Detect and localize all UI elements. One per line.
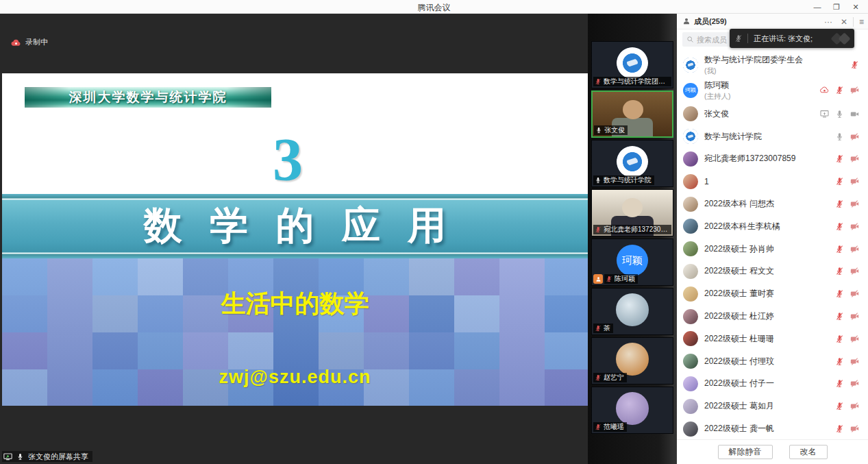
member-names: 2022级硕士 龚一帆 [704, 423, 835, 435]
slide-subtitle: 生活中的数学 [2, 287, 588, 321]
presentation-slide: 深圳大学数学与统计学院 3 数学的应用 生活中的数学 zwj@szu.edu.c… [2, 73, 588, 406]
more-icon[interactable]: ··· [820, 17, 836, 27]
member-avatar [683, 58, 698, 73]
mosaic-cell [92, 332, 138, 369]
mic-off-icon [835, 199, 844, 208]
member-avatar [683, 264, 698, 279]
member-row[interactable]: 2022级硕士 杜珊珊 [677, 328, 868, 350]
screen-share-status: 张文俊的屏幕共享 [2, 451, 92, 462]
member-status-icons [835, 245, 859, 254]
thumbnail-label: 范曦瑶 [593, 422, 627, 432]
profile-photo [616, 293, 649, 326]
member-status-icons [835, 424, 859, 433]
member-row[interactable]: 2022级硕士 孙肖帅 [677, 238, 868, 260]
close-icon[interactable]: ✕ [846, 0, 865, 14]
member-row[interactable]: 2022级硕士 董时赛 [677, 282, 868, 305]
video-thumbnail[interactable]: 数学与统计学院 [591, 140, 673, 187]
speaking-toast-text: 正在讲话: 张文俊; [748, 34, 831, 44]
member-avatar [683, 129, 698, 144]
member-role: (我) [704, 66, 850, 76]
rename-button[interactable]: 改名 [789, 445, 828, 459]
member-row[interactable]: 珂颖陈珂颖(主持人) [677, 77, 868, 103]
member-status-icons [835, 154, 859, 163]
member-status-icons [835, 379, 859, 388]
member-row[interactable]: 2022级硕士 葛如月 [677, 395, 868, 417]
member-name: 张文俊 [704, 108, 820, 120]
mic-off-icon [835, 86, 844, 95]
mosaic-cell [454, 332, 499, 369]
member-row[interactable]: 2022级本科生李杭橘 [677, 215, 868, 238]
tencent-meeting-window: 腾讯会议 — ❐ ✕ 录制中 深圳大学数学与统计学院 3 数学的应 [0, 0, 868, 464]
toast-decor-shapes [831, 29, 854, 48]
close-panel-icon[interactable]: ✕ [836, 17, 852, 27]
slide-header-banner: 深圳大学数学与统计学院 [25, 87, 271, 108]
members-panel-footer: 解除静音 改名 [677, 439, 868, 464]
mic-off-icon [835, 267, 844, 276]
thumbnail-label: 宛北龚老师13723007859 [593, 225, 671, 234]
screen-share-icon [820, 110, 829, 119]
thumbnail-label-row: 张文俊 [594, 125, 628, 135]
cloud-record-icon [820, 86, 829, 95]
screen-share-icon [3, 453, 12, 461]
video-thumbnail[interactable]: 张文俊 [591, 90, 673, 138]
mic-off-icon [595, 325, 602, 332]
maximize-icon[interactable]: ❐ [827, 0, 846, 14]
member-row[interactable]: 2022级硕士 付子一 [677, 373, 868, 395]
cam-off-icon [850, 222, 859, 231]
member-list: 数学与统计学院团委学生会(我)珂颖陈珂颖(主持人)张文俊数学与统计学院宛北龚老师… [677, 52, 868, 439]
member-name: 2022级硕士 杜珊珊 [704, 333, 835, 345]
video-thumbnail[interactable]: 赵艺宁 [591, 337, 673, 384]
mic-off-icon [835, 334, 844, 343]
member-row[interactable]: 2022级硕士 付理玟 [677, 350, 868, 373]
mic-off-icon [595, 424, 602, 430]
mic-on-icon [595, 177, 602, 184]
member-names: 陈珂颖(主持人) [704, 80, 820, 101]
unmute-button[interactable]: 解除静音 [718, 445, 773, 459]
member-name: 宛北龚老师13723007859 [704, 153, 835, 164]
member-avatar [683, 151, 698, 167]
member-row[interactable]: 1 [677, 170, 868, 193]
video-thumbnail[interactable]: 范曦瑶 [591, 387, 673, 434]
video-thumbnail[interactable]: 数学与统计学院团委学... [591, 41, 673, 88]
mosaic-cell [138, 332, 183, 369]
video-thumbnail[interactable]: 宛北龚老师13723007859 [591, 189, 673, 236]
member-names: 数学与统计学院 [704, 131, 835, 143]
member-avatar [683, 197, 698, 212]
member-row[interactable]: 2022级硕士 龚一帆 [677, 417, 868, 439]
member-name: 2022级硕士 付理玟 [704, 356, 835, 367]
member-row[interactable]: 数学与统计学院团委学生会(我) [677, 52, 868, 77]
thumbnail-label: 数学与统计学院团委学... [593, 77, 671, 86]
participant-name: 数学与统计学院 [604, 175, 652, 185]
titlebar: 腾讯会议 — ❐ ✕ [0, 0, 868, 14]
member-row[interactable]: 数学与统计学院 [677, 125, 868, 148]
cam-on-icon [850, 110, 859, 119]
member-avatar [683, 241, 698, 256]
member-row[interactable]: 2022级硕士 杜江婷 [677, 305, 868, 328]
mic-off-icon [595, 374, 602, 381]
slide-title-banner: 数学的应用 [2, 194, 588, 258]
member-row[interactable]: 张文俊 [677, 103, 868, 125]
cam-off-icon [850, 132, 859, 141]
host-badge-icon [593, 274, 603, 284]
mic-off-icon [835, 289, 844, 298]
member-row[interactable]: 2022级本科 闫想杰 [677, 193, 868, 215]
cam-off-icon [850, 154, 859, 163]
video-thumbnail[interactable]: 茶 [591, 288, 673, 335]
mosaic-cell [499, 332, 545, 369]
mic-off-icon [835, 379, 844, 388]
member-names: 2022级硕士 付子一 [704, 378, 835, 389]
member-status-icons [835, 267, 859, 276]
video-thumbnail[interactable]: 珂颖陈珂颖 [591, 239, 673, 286]
member-names: 1 [704, 177, 835, 186]
thumbnail-label-row: 陈珂颖 [593, 274, 638, 284]
minimize-icon[interactable]: — [808, 0, 827, 14]
member-avatar: 珂颖 [683, 83, 698, 98]
member-status-icons [820, 86, 859, 95]
member-avatar [683, 331, 698, 346]
menu-icon[interactable]: ≡ [855, 17, 868, 27]
mic-icon [16, 453, 25, 461]
member-row[interactable]: 2022级硕士 程文文 [677, 260, 868, 283]
thumbnail-label-row: 范曦瑶 [593, 422, 627, 432]
member-row[interactable]: 宛北龚老师13723007859 [677, 148, 868, 171]
mic-off-icon [835, 222, 844, 231]
